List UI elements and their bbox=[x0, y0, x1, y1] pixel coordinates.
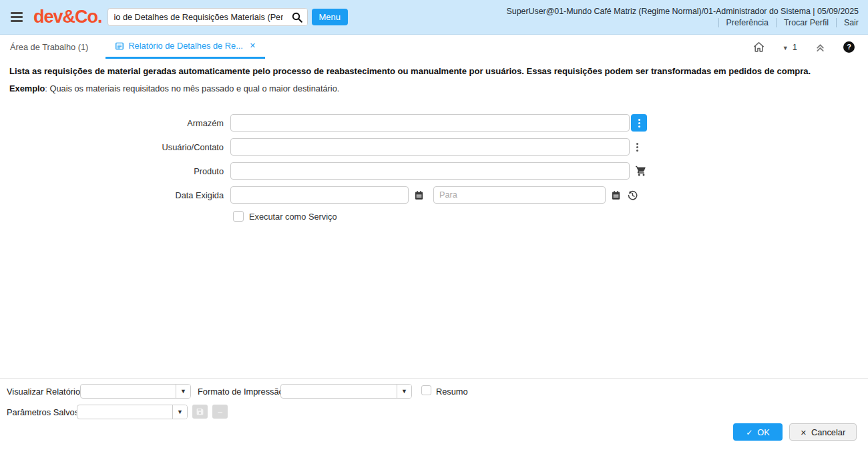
calendar-icon bbox=[611, 190, 621, 200]
warehouse-label: Armazém bbox=[0, 118, 224, 128]
print-format-label: Formato de Impressão bbox=[198, 387, 284, 397]
date-to-input[interactable] bbox=[433, 186, 606, 204]
example-label: Exemplo bbox=[9, 83, 45, 93]
tab-report[interactable]: Relatório de Detalhes de Re... bbox=[105, 35, 265, 59]
collapse-all-button[interactable] bbox=[815, 41, 826, 53]
tab-close-icon[interactable] bbox=[250, 41, 256, 50]
link-switch-role[interactable]: Trocar Perfil bbox=[776, 18, 829, 27]
ok-button[interactable]: OK bbox=[733, 423, 783, 441]
session-area: SuperUser@01-Mundo Café Matriz (Regime N… bbox=[507, 7, 861, 27]
chevron-down-icon[interactable] bbox=[172, 405, 187, 419]
report-tab-label: Relatório de Detalhes de Re... bbox=[128, 41, 242, 51]
kebab-icon bbox=[636, 146, 638, 148]
date-from-input[interactable] bbox=[230, 186, 409, 204]
tab-bar: Área de Trabalho (1) Relatório de Detalh… bbox=[0, 35, 868, 59]
product-input[interactable] bbox=[230, 162, 630, 180]
process-example: Exemplo: Quais os materiais requisitados… bbox=[9, 83, 339, 93]
close-icon bbox=[801, 427, 807, 437]
kebab-icon bbox=[638, 122, 640, 124]
help-icon bbox=[843, 41, 855, 53]
chevron-down-icon[interactable] bbox=[397, 385, 411, 398]
search-input[interactable] bbox=[108, 9, 287, 25]
home-button[interactable] bbox=[752, 41, 765, 53]
user-contact-label: Usuário/Contato bbox=[0, 142, 224, 152]
delete-parameters-button[interactable] bbox=[212, 405, 228, 419]
cancel-label: Cancelar bbox=[811, 427, 845, 437]
window-count: 1 bbox=[793, 42, 797, 52]
hamburger-menu-button[interactable] bbox=[7, 7, 27, 27]
history-icon bbox=[627, 190, 638, 201]
help-button[interactable] bbox=[843, 41, 855, 53]
tabbar-actions: 1 bbox=[752, 35, 868, 59]
hamburger-icon bbox=[11, 16, 23, 18]
date-to-calendar-button[interactable] bbox=[611, 190, 621, 200]
run-as-service-label: Executar como Serviço bbox=[249, 212, 337, 222]
window-selector[interactable]: 1 bbox=[783, 42, 797, 52]
cancel-button[interactable]: Cancelar bbox=[789, 423, 857, 441]
home-icon bbox=[752, 41, 765, 53]
date-from-calendar-button[interactable] bbox=[414, 190, 424, 200]
chevron-down-icon[interactable] bbox=[176, 385, 190, 398]
print-format-select-input[interactable] bbox=[281, 385, 397, 398]
user-contact-input[interactable] bbox=[230, 138, 630, 156]
product-row: Produto bbox=[0, 162, 868, 180]
product-label: Produto bbox=[0, 166, 224, 176]
warehouse-row: Armazém bbox=[0, 114, 868, 132]
report-tab-icon bbox=[115, 41, 124, 51]
chevron-down-icon bbox=[783, 42, 789, 52]
product-lookup-button[interactable] bbox=[635, 165, 647, 177]
application-window: dev&Co. Menu SuperUser@01-Mundo Café Mat… bbox=[0, 0, 868, 450]
session-info: SuperUser@01-Mundo Café Matriz (Regime N… bbox=[507, 7, 859, 16]
footer-divider bbox=[0, 378, 868, 379]
view-report-select-input[interactable] bbox=[81, 385, 176, 398]
link-preferences[interactable]: Preferência bbox=[718, 18, 769, 27]
process-description: Lista as requisições de material geradas… bbox=[9, 66, 859, 76]
warehouse-input[interactable] bbox=[230, 114, 630, 132]
saved-parameters-select-input[interactable] bbox=[77, 405, 172, 419]
save-parameters-button[interactable] bbox=[192, 405, 208, 419]
app-header: dev&Co. Menu SuperUser@01-Mundo Café Mat… bbox=[0, 0, 868, 35]
session-links: Preferência Trocar Perfil Sair bbox=[711, 18, 859, 27]
floppy-icon bbox=[196, 407, 204, 416]
warehouse-lookup-button[interactable] bbox=[631, 114, 647, 132]
app-logo: dev&Co. bbox=[33, 7, 102, 27]
cart-icon bbox=[635, 165, 647, 177]
example-text: : Quais os materiais requisitados no mês… bbox=[45, 83, 339, 93]
user-contact-lookup-button[interactable] bbox=[636, 146, 638, 148]
search-button[interactable] bbox=[287, 9, 307, 25]
run-as-service-row: Executar como Serviço bbox=[233, 210, 868, 222]
saved-parameters-select[interactable] bbox=[77, 405, 188, 419]
menu-button[interactable]: Menu bbox=[312, 9, 349, 25]
print-format-select[interactable] bbox=[280, 384, 412, 399]
summary-label: Resumo bbox=[436, 387, 468, 397]
calendar-icon bbox=[414, 190, 424, 200]
global-search-box bbox=[107, 8, 308, 26]
view-report-select[interactable] bbox=[80, 384, 191, 399]
link-logout[interactable]: Sair bbox=[836, 18, 859, 27]
run-as-service-checkbox[interactable] bbox=[233, 211, 244, 222]
summary-checkbox[interactable] bbox=[421, 385, 431, 395]
check-icon bbox=[746, 427, 752, 437]
date-history-button[interactable] bbox=[627, 190, 638, 201]
saved-parameters-label: Parâmetros Salvos bbox=[7, 407, 79, 417]
required-date-row: Data Exigida bbox=[0, 186, 868, 204]
user-contact-row: Usuário/Contato bbox=[0, 138, 868, 156]
search-icon bbox=[291, 11, 303, 23]
parameter-form: Armazém Usuário/Contato Produto bbox=[0, 114, 868, 222]
tab-workspace[interactable]: Área de Trabalho (1) bbox=[1, 35, 97, 59]
required-date-label: Data Exigida bbox=[0, 190, 224, 200]
view-report-label: Visualizar Relatório bbox=[7, 387, 80, 397]
ok-label: OK bbox=[757, 427, 770, 437]
double-chevron-up-icon bbox=[815, 41, 826, 53]
